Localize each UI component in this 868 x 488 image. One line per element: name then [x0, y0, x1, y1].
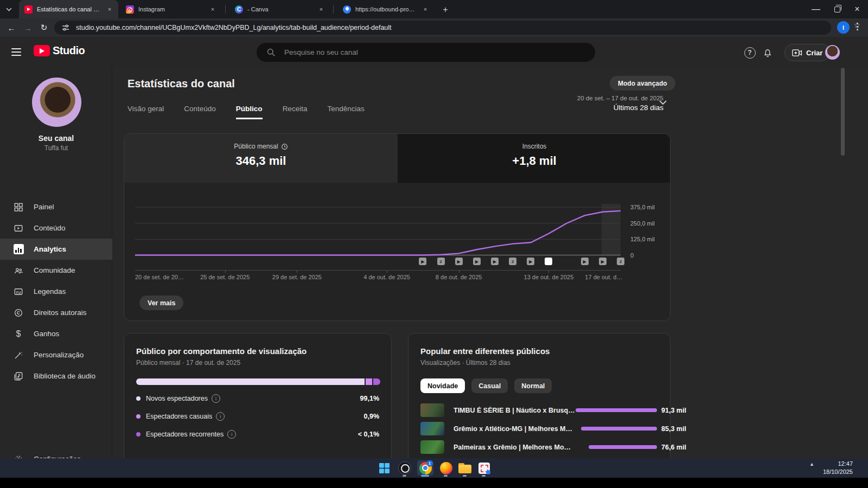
tab-close-icon[interactable]: × — [105, 5, 114, 14]
video-row[interactable]: TIMBU É SÉRIE B | Náutico x Brusque | … … — [420, 403, 658, 417]
browser-toolbar: ← → ↻ studio.youtube.com/channel/UCBgUmx… — [0, 18, 868, 37]
browser-tab-proxy[interactable]: https://outbound-proxy-us-eas × — [337, 0, 434, 18]
tab-receita[interactable]: Receita — [283, 105, 308, 119]
forward-button[interactable]: → — [21, 21, 35, 35]
browser-menu-icon[interactable] — [856, 23, 858, 30]
video-marker-play[interactable]: ▶ — [473, 258, 481, 265]
video-row[interactable]: Grêmio x Atlético-MG | Melhores Mome… 85… — [420, 422, 658, 435]
video-marker-play[interactable]: ▶ — [581, 258, 589, 265]
sidebar-item-painel[interactable]: Painel — [0, 196, 112, 217]
video-marker-count-2[interactable]: 2 — [509, 258, 516, 265]
video-marker-play[interactable]: ▶ — [491, 258, 499, 265]
sidebar-item-ganhos[interactable]: $ Ganhos — [0, 323, 112, 344]
video-marker-play[interactable]: ▶ — [455, 258, 463, 265]
window-restore-button[interactable] — [825, 0, 849, 18]
youtube-studio-logo[interactable]: Studio — [34, 44, 85, 57]
bell-icon — [762, 47, 773, 58]
snipping-tool-icon — [478, 463, 490, 474]
sidebar-item-direitos-autorais[interactable]: Direitos autorais — [0, 302, 112, 323]
tab-visao-geral[interactable]: Visão geral — [127, 105, 164, 119]
tab-close-icon[interactable]: × — [317, 5, 326, 14]
restore-icon — [834, 7, 840, 12]
sidebar-item-legendas[interactable]: Legendas — [0, 281, 112, 302]
chip-normal[interactable]: Normal — [514, 378, 552, 393]
youtube-studio-app: Studio ? Criar Seu canal Tuffa fut — [0, 37, 868, 458]
views-value: 85,3 mil — [661, 425, 686, 433]
tab-close-icon[interactable]: × — [208, 5, 217, 14]
tab-tendencias[interactable]: Tendências — [327, 105, 364, 119]
chip-casual[interactable]: Casual — [471, 378, 508, 393]
tab-publico[interactable]: Público — [236, 105, 263, 119]
reload-button[interactable]: ↻ — [37, 21, 51, 35]
browser-tab-canva[interactable]: - Canva × — [229, 0, 330, 18]
sidebar-item-analytics[interactable]: Analytics — [0, 239, 112, 260]
site-settings-icon[interactable] — [62, 24, 69, 31]
account-avatar[interactable] — [825, 45, 840, 60]
advanced-mode-button[interactable]: Modo avançado — [610, 76, 675, 91]
clock-date: 18/10/2025 — [792, 468, 853, 476]
audience-chips: Novidade Casual Normal — [420, 378, 658, 393]
notifications-button[interactable] — [761, 46, 775, 60]
browser-tab-youtube-studio[interactable]: Estatísticas do canal - YouTube × — [19, 0, 118, 18]
info-icon[interactable]: i — [212, 394, 220, 403]
page-scrollbar[interactable] — [840, 68, 845, 458]
tab-close-icon[interactable]: × — [421, 5, 430, 14]
sidebar-item-configuracoes[interactable]: Configurações — [0, 448, 112, 458]
x-axis-tick-label: 20 de set. de 20… — [135, 274, 184, 280]
video-marker-count-2[interactable]: 2 — [617, 258, 624, 265]
channel-avatar[interactable] — [32, 78, 81, 127]
metric-publico-mensal[interactable]: Público mensal 346,3 mil — [124, 134, 398, 183]
views-bar — [589, 445, 657, 449]
video-title: Grêmio x Atlético-MG | Melhores Mome… — [454, 425, 576, 433]
video-row[interactable]: Palmeiras x Grêmio | Melhores Moment… 76… — [420, 440, 658, 454]
metric-value: 346,3 mil — [124, 154, 398, 168]
ver-mais-button[interactable]: Ver mais — [139, 296, 183, 310]
start-button[interactable] — [376, 460, 392, 476]
firefox-button[interactable] — [438, 460, 454, 476]
new-tab-button[interactable]: + — [439, 4, 451, 16]
video-marker-play[interactable]: ▶ — [419, 258, 426, 265]
video-marker-play[interactable]: ▶ — [527, 258, 534, 265]
dashboard-icon — [13, 202, 24, 213]
chrome-button[interactable]: 1 — [417, 460, 433, 476]
file-explorer-button[interactable] — [457, 460, 473, 476]
windows-taskbar: 1 ▲ 12:47 18/10/2025 — [0, 458, 868, 478]
back-button[interactable]: ← — [4, 21, 18, 35]
hamburger-menu-icon[interactable] — [11, 48, 21, 56]
sidebar-item-comunidade[interactable]: Comunidade — [0, 260, 112, 281]
scrollbar-thumb[interactable] — [841, 68, 845, 156]
video-marker-play[interactable]: ▶ — [599, 258, 607, 265]
studio-wordmark: Studio — [53, 44, 85, 57]
browser-tab-instagram[interactable]: Instagram × — [120, 0, 221, 18]
taskbar-clock[interactable]: 12:47 18/10/2025 — [792, 460, 853, 476]
channel-search-bar[interactable] — [257, 43, 595, 62]
help-button[interactable]: ? — [743, 46, 757, 60]
selected-video-marker[interactable] — [545, 258, 552, 265]
sidebar-item-label: Analytics — [34, 245, 66, 253]
snipping-tool-button[interactable] — [476, 460, 492, 476]
info-icon[interactable]: i — [216, 412, 225, 421]
chevron-down-icon[interactable] — [659, 100, 667, 105]
settings-icon — [13, 454, 24, 459]
search-input[interactable] — [283, 48, 585, 57]
tab-search-button[interactable] — [3, 4, 14, 14]
info-icon[interactable]: i — [227, 430, 236, 439]
tab-conteudo[interactable]: Conteúdo — [184, 105, 216, 119]
browser-profile-avatar[interactable]: I — [837, 21, 850, 34]
sidebar-item-conteudo[interactable]: Conteúdo — [0, 217, 112, 239]
create-button[interactable]: Criar — [784, 44, 830, 61]
video-marker-count-2[interactable]: 2 — [437, 258, 445, 265]
sidebar-item-personalizacao[interactable]: Personalização — [0, 344, 112, 365]
window-close-button[interactable]: × — [846, 0, 868, 18]
date-range-selector[interactable]: 20 de set. – 17 de out. de 2025 Últimos … — [546, 95, 663, 112]
audience-line-chart[interactable] — [135, 204, 621, 256]
copyright-icon — [13, 307, 24, 318]
window-minimize-button[interactable]: — — [804, 0, 828, 18]
sidebar-item-biblioteca-de-audio[interactable]: Biblioteca de áudio — [0, 365, 112, 387]
metric-inscritos[interactable]: Inscritos +1,8 mil — [398, 134, 671, 183]
active-indicator — [421, 475, 429, 477]
obs-studio-button[interactable] — [397, 460, 413, 476]
address-bar[interactable]: studio.youtube.com/channel/UCBgUmx2Vkftw… — [54, 21, 831, 35]
legend-label: Espectadores recorrentes — [146, 431, 224, 438]
chip-novidade[interactable]: Novidade — [420, 378, 465, 393]
